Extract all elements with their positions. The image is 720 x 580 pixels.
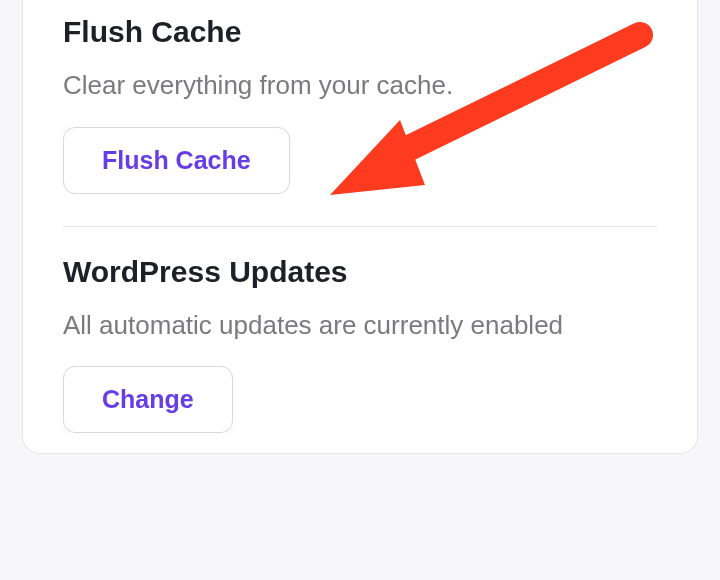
flush-cache-button[interactable]: Flush Cache — [63, 127, 290, 194]
flush-cache-description: Clear everything from your cache. — [63, 67, 657, 105]
settings-card: Flush Cache Clear everything from your c… — [22, 0, 698, 454]
wordpress-updates-section: WordPress Updates All automatic updates … — [63, 227, 657, 454]
flush-cache-section: Flush Cache Clear everything from your c… — [63, 0, 657, 226]
flush-cache-title: Flush Cache — [63, 15, 657, 49]
change-button[interactable]: Change — [63, 366, 233, 433]
wordpress-updates-description: All automatic updates are currently enab… — [63, 307, 657, 345]
wordpress-updates-title: WordPress Updates — [63, 255, 657, 289]
